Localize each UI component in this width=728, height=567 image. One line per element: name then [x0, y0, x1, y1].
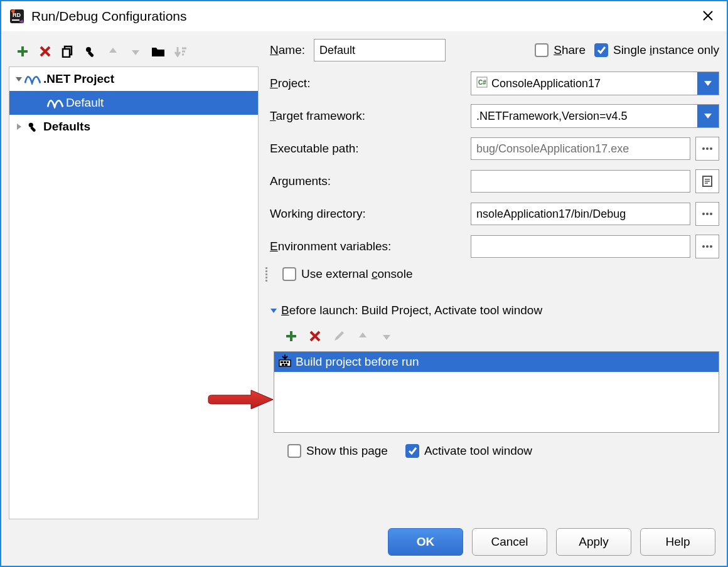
executable-path-field[interactable]: bug/ConsoleApplication17.exe [471, 137, 690, 160]
name-label: Name: [270, 43, 305, 57]
ok-button[interactable]: OK [388, 528, 463, 556]
svg-rect-23 [284, 361, 286, 363]
dotnet-icon [47, 97, 63, 109]
checkbox-checked-icon [594, 43, 608, 57]
edit-task-button[interactable] [329, 326, 349, 346]
edit-defaults-button[interactable] [80, 41, 100, 61]
svg-point-5 [86, 47, 91, 52]
svg-point-17 [710, 213, 712, 215]
svg-text:C#: C# [478, 79, 486, 86]
config-toolbar [9, 39, 259, 66]
move-up-button[interactable] [103, 41, 123, 61]
project-value: ConsoleApplication17 [491, 77, 601, 90]
window-title: Run/Debug Configurations [31, 9, 697, 24]
copy-config-button[interactable] [58, 41, 78, 61]
show-this-page-checkbox[interactable]: Show this page [287, 444, 388, 458]
dropdown-arrow-icon [697, 72, 719, 95]
move-down-button[interactable] [126, 41, 146, 61]
csharp-file-icon: C# [476, 77, 488, 91]
checkbox-checked-icon [405, 444, 419, 458]
rider-app-icon: RD [9, 8, 25, 24]
checkbox-unchecked-icon [535, 43, 549, 57]
target-framework-dropdown[interactable]: .NETFramework,Version=v4.5 [471, 104, 719, 128]
add-task-button[interactable] [281, 326, 301, 346]
checkbox-unchecked-icon [287, 444, 301, 458]
env-vars-field[interactable] [471, 235, 690, 258]
dropdown-arrow-icon [697, 105, 719, 127]
svg-rect-24 [287, 361, 289, 363]
remove-config-button[interactable] [35, 41, 55, 61]
tree-item-default-config[interactable]: Default [9, 91, 258, 115]
before-launch-list[interactable]: Build project before run [274, 351, 719, 433]
move-task-down-button[interactable] [377, 326, 397, 346]
browse-working-dir-button[interactable] [695, 202, 719, 226]
edit-env-vars-button[interactable] [695, 235, 719, 258]
apply-button[interactable]: Apply [556, 528, 631, 556]
folder-button[interactable] [148, 41, 168, 61]
svg-rect-26 [285, 364, 287, 366]
tree-label: Defaults [43, 120, 90, 134]
before-launch-item-label: Build project before run [296, 355, 419, 369]
cancel-button[interactable]: Cancel [472, 528, 547, 556]
name-field[interactable] [314, 39, 446, 61]
use-external-console-checkbox[interactable]: Use external console [282, 267, 412, 281]
arguments-label: Arguments: [270, 174, 466, 188]
svg-point-20 [710, 245, 712, 248]
arguments-field[interactable] [471, 170, 690, 193]
activate-tool-window-checkbox[interactable]: Activate tool window [405, 444, 532, 458]
svg-rect-22 [281, 361, 283, 363]
single-instance-checkbox[interactable]: Single instance only [594, 43, 719, 57]
add-config-button[interactable] [13, 41, 33, 61]
svg-point-12 [706, 147, 709, 150]
window-close-button[interactable] [697, 8, 719, 24]
build-icon [278, 354, 292, 371]
tree-item-defaults[interactable]: Defaults [9, 115, 258, 139]
target-framework-label: Target framework: [270, 109, 466, 123]
config-tree[interactable]: .NET Project Default Default [9, 66, 259, 519]
splitter-grip[interactable] [264, 266, 269, 289]
chevron-down-icon [13, 75, 24, 83]
svg-point-11 [702, 147, 705, 150]
tree-label: .NET Project [43, 72, 114, 86]
working-directory-field[interactable]: nsoleApplication17/bin/Debug [471, 203, 690, 225]
svg-point-13 [710, 147, 712, 150]
chevron-right-icon [13, 123, 24, 130]
svg-point-19 [706, 245, 709, 248]
before-launch-item-build[interactable]: Build project before run [274, 352, 719, 372]
dialog-button-bar: OK Cancel Apply Help [9, 519, 719, 558]
svg-point-16 [706, 213, 709, 215]
project-dropdown[interactable]: C# ConsoleApplication17 [471, 72, 719, 95]
move-task-up-button[interactable] [353, 326, 373, 346]
svg-point-7 [29, 123, 33, 127]
dotnet-icon [24, 73, 41, 85]
svg-rect-2 [12, 19, 19, 21]
wrench-icon [24, 120, 41, 133]
help-button[interactable]: Help [640, 528, 715, 556]
tree-item-dotnet-project[interactable]: .NET Project [9, 67, 258, 91]
browse-exe-path-button[interactable] [695, 137, 719, 161]
svg-point-18 [702, 245, 705, 248]
window-titlebar: RD Run/Debug Configurations [1, 1, 727, 31]
env-vars-label: Environment variables: [270, 240, 466, 253]
svg-rect-25 [282, 364, 284, 366]
chevron-down-icon [270, 304, 277, 317]
before-launch-header[interactable]: Before launch: Build Project, Activate t… [270, 304, 719, 317]
remove-task-button[interactable] [305, 326, 325, 346]
tree-label: Default [66, 96, 104, 110]
svg-point-15 [702, 213, 705, 215]
project-label: Project: [270, 77, 466, 90]
svg-text:RD: RD [13, 12, 21, 18]
svg-rect-4 [63, 49, 70, 57]
working-directory-label: Working directory: [270, 207, 466, 221]
sort-button[interactable] [171, 41, 191, 61]
share-checkbox[interactable]: Share [535, 43, 586, 57]
target-framework-value: .NETFramework,Version=v4.5 [476, 110, 628, 123]
before-launch-toolbar [270, 324, 719, 351]
checkbox-unchecked-icon [282, 267, 296, 281]
expand-arguments-button[interactable] [695, 169, 719, 193]
executable-path-label: Executable path: [270, 142, 466, 156]
